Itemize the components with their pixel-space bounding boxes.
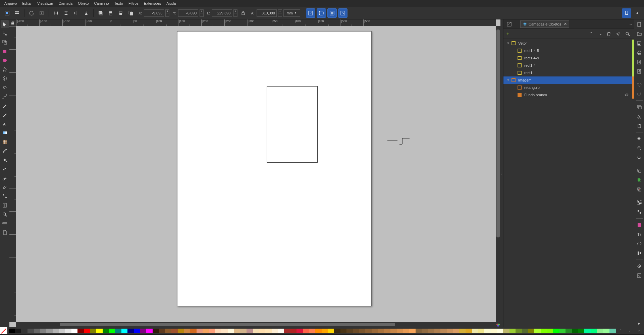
calligraphy-tool-icon[interactable]	[1, 111, 9, 119]
color-swatch[interactable]	[440, 329, 447, 333]
color-swatch[interactable]	[290, 329, 297, 333]
canvas[interactable]	[16, 26, 496, 322]
select-all-layers-icon[interactable]	[3, 9, 11, 17]
color-swatch[interactable]	[40, 329, 46, 333]
color-swatch[interactable]	[578, 329, 585, 333]
menu-camada[interactable]: Camada	[56, 0, 75, 6]
flip-h-icon[interactable]	[52, 9, 60, 17]
node-tool-icon[interactable]	[1, 29, 9, 37]
color-swatch[interactable]	[234, 329, 240, 333]
layer-settings-icon[interactable]	[616, 32, 623, 36]
lower-bottom-icon[interactable]	[126, 9, 135, 17]
mesh-tool-icon[interactable]	[1, 138, 9, 146]
layer-row[interactable]: rect1	[503, 69, 634, 76]
transform-scale-stroke-icon[interactable]	[306, 8, 315, 18]
color-swatch[interactable]	[459, 329, 466, 333]
color-swatch[interactable]	[534, 329, 541, 333]
y-input[interactable]	[178, 9, 198, 17]
selector-tool-icon[interactable]	[1, 20, 9, 28]
eraser-tool-icon[interactable]	[1, 183, 9, 191]
color-swatch[interactable]	[472, 329, 478, 333]
color-swatch[interactable]	[497, 329, 503, 333]
unlink-clone-icon[interactable]	[636, 186, 643, 193]
snap-options-icon[interactable]: ◂	[633, 9, 641, 17]
color-swatch[interactable]	[96, 329, 103, 333]
zoom-page-icon[interactable]	[636, 154, 643, 161]
panel-menu-chevron-icon[interactable]: ⌵	[628, 22, 634, 26]
color-swatch[interactable]	[253, 329, 259, 333]
menu-filtros[interactable]: Filtros	[126, 0, 141, 6]
color-swatch[interactable]	[284, 329, 290, 333]
x-input[interactable]	[144, 9, 164, 17]
spiral-tool-icon[interactable]	[1, 83, 9, 92]
star-tool-icon[interactable]	[1, 65, 9, 73]
color-swatch[interactable]	[522, 329, 528, 333]
measure-tool-icon[interactable]	[1, 219, 9, 227]
color-swatch[interactable]	[309, 329, 316, 333]
zoom-selection-icon[interactable]	[636, 135, 643, 143]
export-icon[interactable]	[636, 68, 643, 75]
color-swatch[interactable]	[434, 329, 441, 333]
copy-icon[interactable]	[636, 103, 643, 111]
color-swatch[interactable]	[178, 329, 184, 333]
color-swatch[interactable]	[553, 329, 559, 333]
color-swatch[interactable]	[159, 329, 165, 333]
layer-name[interactable]: rect1	[523, 71, 631, 75]
bezier-tool-icon[interactable]	[1, 93, 9, 101]
lpe-tool-icon[interactable]	[1, 201, 9, 209]
h-input[interactable]	[257, 9, 277, 17]
menu-caminho[interactable]: Caminho	[92, 0, 112, 6]
rotate-ccw-icon[interactable]	[27, 9, 36, 17]
layer-tree[interactable]: ▼Vetorrect1-4-5rect1-4-9rect1-4rect1▼Ima…	[503, 39, 634, 327]
close-tab-icon[interactable]: ✕	[564, 22, 567, 26]
color-swatch[interactable]	[297, 329, 303, 333]
xml-editor-icon[interactable]	[636, 240, 643, 247]
color-swatch[interactable]	[378, 329, 384, 333]
unit-selector[interactable]: mm▼	[283, 9, 300, 17]
color-swatch[interactable]	[528, 329, 534, 333]
color-swatch[interactable]	[346, 329, 353, 333]
select-same-icon[interactable]	[13, 9, 21, 17]
color-swatch[interactable]	[566, 329, 572, 333]
color-swatch[interactable]	[453, 329, 460, 333]
color-swatch[interactable]	[134, 329, 140, 333]
color-swatch[interactable]	[203, 329, 209, 333]
color-swatch[interactable]	[447, 329, 453, 333]
pencil-tool-icon[interactable]	[1, 102, 9, 110]
stray-path-3[interactable]	[402, 138, 402, 144]
align-dialog-icon[interactable]	[636, 249, 643, 257]
layer-name[interactable]: rect1-4-9	[523, 56, 631, 60]
color-swatch[interactable]	[559, 329, 566, 333]
text-dialog-icon[interactable]: T	[636, 231, 643, 238]
menu-visualizar[interactable]: Visualizar	[35, 0, 56, 6]
snapping-toggle-icon[interactable]	[622, 8, 631, 18]
menu-editar[interactable]: Editar	[19, 0, 35, 6]
shape-builder-tool-icon[interactable]	[1, 38, 9, 46]
palette-scroll-up-icon[interactable]: ⌃	[616, 329, 625, 332]
text-tool-icon[interactable]: A	[1, 120, 9, 128]
color-swatch[interactable]	[34, 329, 40, 333]
color-swatch[interactable]	[165, 329, 171, 333]
print-doc-icon[interactable]	[636, 49, 643, 56]
stray-path-2[interactable]	[402, 138, 410, 138]
cut-icon[interactable]	[636, 113, 643, 120]
color-swatch[interactable]	[146, 329, 153, 333]
stray-path-4[interactable]	[399, 144, 402, 145]
y-spinner[interactable]: +−	[200, 9, 204, 17]
color-swatch[interactable]	[109, 329, 115, 333]
layer-row[interactable]: ▼Imagem	[503, 76, 634, 84]
color-swatch[interactable]	[77, 329, 84, 333]
color-swatch[interactable]	[121, 329, 128, 333]
paste-icon[interactable]	[636, 122, 643, 129]
color-swatch[interactable]	[115, 329, 121, 333]
duplicate-icon[interactable]	[636, 167, 643, 174]
color-swatch[interactable]	[572, 329, 578, 333]
undo-icon[interactable]	[636, 81, 643, 88]
color-swatch[interactable]	[197, 329, 203, 333]
color-swatch[interactable]	[190, 329, 197, 333]
stray-path-1[interactable]	[387, 141, 397, 141]
menu-objeto[interactable]: Objeto	[75, 0, 91, 6]
color-swatch[interactable]	[278, 329, 284, 333]
color-swatch[interactable]	[484, 329, 491, 333]
ungroup-icon[interactable]	[636, 208, 643, 216]
